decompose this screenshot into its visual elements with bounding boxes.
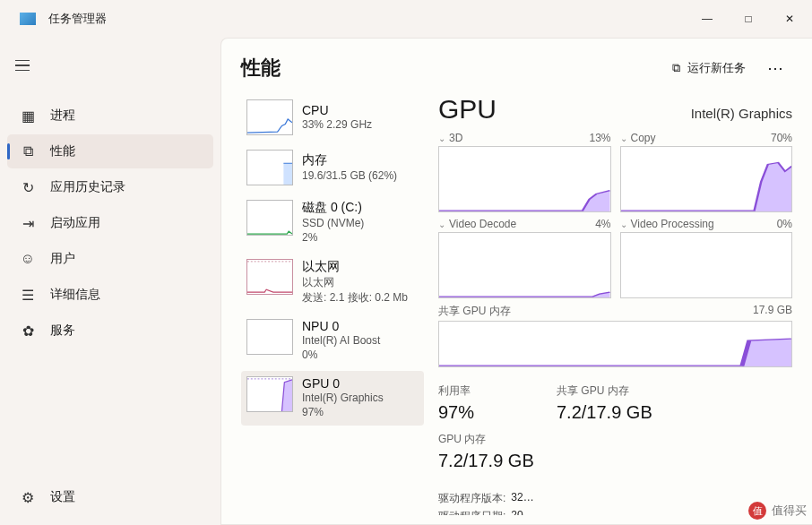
sidebar-item-label: 详细信息 [50, 287, 100, 303]
more-options-button[interactable]: ⋯ [760, 55, 792, 82]
history-icon: ↻ [18, 179, 38, 196]
startup-icon: ⇥ [18, 215, 38, 232]
watermark-badge-icon: 值 [748, 502, 766, 520]
chart-name: Copy [620, 132, 656, 144]
perf-item-gpu[interactable]: GPU 0 Intel(R) Graphics 97% [241, 371, 424, 425]
npu-thumbnail-chart [246, 319, 293, 355]
ethernet-thumbnail-chart [246, 259, 293, 295]
gpu-thumbnail-chart [246, 376, 293, 412]
gpu-detail-panel: GPU Intel(R) Graphics 3D13% Copy70% Vide… [433, 94, 792, 515]
chart-value: 17.9 GB [753, 304, 792, 319]
gpu-engine-charts: 3D13% Copy70% Video Decode4% Video Proce… [438, 132, 792, 367]
app-title: 任务管理器 [48, 12, 687, 27]
perf-item-npu[interactable]: NPU 0 Intel(R) AI Boost 0% [241, 314, 424, 367]
chart-name: 3D [438, 132, 462, 144]
sidebar-item-performance[interactable]: ⧉ 性能 [7, 134, 213, 168]
settings-label: 设置 [50, 489, 75, 505]
kv-key: 驱动程序日期: [438, 509, 505, 515]
main-header: 性能 ⧉ 运行新任务 ⋯ [241, 55, 792, 82]
perf-item-sub: Intel(R) AI Boost 0% [302, 333, 380, 362]
perf-item-disk[interactable]: 磁盘 0 (C:) SSD (NVMe) 2% [241, 194, 424, 250]
sidebar-item-details[interactable]: ☰ 详细信息 [7, 278, 213, 312]
chart-3d[interactable]: 3D13% [438, 132, 611, 212]
perf-item-sub: SSD (NVMe) 2% [302, 216, 364, 245]
watermark-text: 值得买 [772, 503, 807, 519]
perf-item-sub: Intel(R) Graphics 97% [302, 391, 384, 419]
disk-thumbnail-chart [246, 200, 293, 236]
detail-model: Intel(R) Graphics [691, 106, 792, 121]
sidebar-item-label: 用户 [50, 251, 75, 267]
sidebar-item-services[interactable]: ✿ 服务 [7, 314, 213, 348]
perf-item-ethernet[interactable]: 以太网 以太网 发送: 2.1 接收: 0.2 Mb [241, 254, 424, 309]
gpu-mem-label: GPU 内存 [438, 432, 537, 447]
sidebar-item-processes[interactable]: ▦ 进程 [7, 99, 213, 133]
sidebar-item-label: 应用历史记录 [50, 179, 125, 195]
util-label: 利用率 [438, 383, 537, 399]
main-panel: 性能 ⧉ 运行新任务 ⋯ CPU 33% 2.29 GHz [220, 38, 812, 525]
perf-item-sub: 以太网 发送: 2.1 接收: 0.2 Mb [302, 275, 408, 304]
sidebar-item-startup-apps[interactable]: ⇥ 启动应用 [7, 206, 213, 240]
users-icon: ☺ [18, 251, 38, 267]
nav-list: ▦ 进程 ⧉ 性能 ↻ 应用历史记录 ⇥ 启动应用 ☺ 用户 ☰ 详细信息 [4, 99, 217, 480]
gpu-properties: 驱动程序版本:32… 驱动程序日期:20… DirectX 版本:12… 物理位… [438, 491, 557, 515]
chart-name: Video Processing [620, 218, 714, 230]
sidebar-item-users[interactable]: ☺ 用户 [7, 242, 213, 276]
perf-item-name: 以太网 [302, 259, 408, 275]
sidebar-item-label: 启动应用 [50, 215, 100, 231]
chart-name: 共享 GPU 内存 [438, 304, 511, 319]
performance-icon: ⧉ [18, 143, 38, 159]
perf-item-memory[interactable]: 内存 19.6/31.5 GB (62%) [241, 144, 424, 191]
sidebar-item-app-history[interactable]: ↻ 应用历史记录 [7, 170, 213, 204]
app-icon [20, 13, 36, 25]
minimize-button[interactable]: — [687, 4, 728, 33]
perf-item-name: 磁盘 0 (C:) [302, 200, 364, 216]
kv-val: 20… [511, 509, 533, 515]
detail-title: GPU [438, 94, 497, 125]
maximize-button[interactable]: □ [728, 4, 769, 33]
perf-item-name: GPU 0 [302, 376, 384, 391]
sidebar-item-label: 服务 [50, 323, 75, 339]
util-value: 97% [438, 402, 537, 423]
title-bar: 任务管理器 — □ ✕ [0, 0, 812, 38]
memory-thumbnail-chart [246, 150, 293, 185]
chart-name: Video Decode [438, 218, 516, 230]
perf-item-sub: 33% 2.29 GHz [302, 117, 372, 132]
settings-button[interactable]: ⚙ 设置 [7, 480, 213, 514]
perf-item-sub: 19.6/31.5 GB (62%) [302, 168, 397, 183]
chart-value: 4% [595, 218, 610, 230]
perf-item-name: 内存 [302, 152, 397, 168]
sidebar-item-label: 进程 [50, 108, 75, 124]
chart-value: 0% [777, 218, 792, 230]
processes-icon: ▦ [18, 108, 38, 125]
perf-item-cpu[interactable]: CPU 33% 2.29 GHz [241, 94, 424, 141]
chart-copy[interactable]: Copy70% [620, 132, 793, 212]
gpu-stats: 利用率 97% GPU 内存 7.2/17.9 GB 共享 GPU 内存 7.2… [438, 378, 792, 515]
close-button[interactable]: ✕ [769, 4, 810, 33]
page-title: 性能 [241, 55, 663, 82]
svg-marker-0 [283, 163, 292, 185]
run-new-task-button[interactable]: ⧉ 运行新任务 [663, 55, 755, 82]
gpu-mem-value: 7.2/17.9 GB [438, 451, 537, 471]
performance-list: CPU 33% 2.29 GHz 内存 19.6/31.5 GB (62%) [241, 94, 424, 515]
run-task-icon: ⧉ [672, 61, 680, 75]
services-icon: ✿ [18, 323, 38, 340]
kv-val: 32… [511, 491, 533, 506]
chart-value: 70% [771, 132, 792, 144]
details-icon: ☰ [18, 287, 38, 304]
perf-item-name: NPU 0 [302, 319, 380, 333]
shared-mem-value: 7.2/17.9 GB [557, 402, 655, 423]
sidebar: ▦ 进程 ⧉ 性能 ↻ 应用历史记录 ⇥ 启动应用 ☺ 用户 ☰ 详细信息 [0, 38, 220, 525]
chart-video-processing[interactable]: Video Processing0% [620, 218, 793, 298]
cpu-thumbnail-chart [246, 99, 293, 135]
shared-mem-label: 共享 GPU 内存 [557, 383, 655, 399]
run-task-label: 运行新任务 [687, 60, 746, 76]
chart-value: 13% [589, 132, 610, 144]
gear-icon: ⚙ [18, 489, 38, 506]
chart-video-decode[interactable]: Video Decode4% [438, 218, 611, 298]
window-controls: — □ ✕ [687, 4, 810, 33]
kv-key: 驱动程序版本: [438, 491, 505, 506]
sidebar-item-label: 性能 [50, 143, 75, 159]
nav-toggle-button[interactable] [5, 50, 39, 81]
perf-item-name: CPU [302, 103, 372, 117]
chart-shared-gpu-memory[interactable]: 共享 GPU 内存17.9 GB [438, 304, 792, 367]
